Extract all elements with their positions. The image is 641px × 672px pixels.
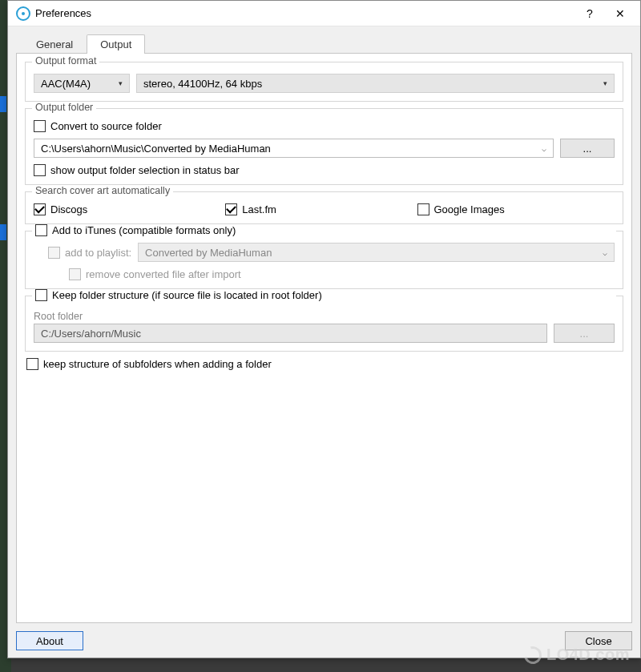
about-button[interactable]: About [16, 631, 83, 650]
bg-accent [0, 224, 6, 240]
checkbox-icon [34, 120, 46, 132]
quality-dropdown[interactable]: stereo, 44100Hz, 64 kbps ▾ [136, 74, 615, 93]
group-output-folder: Output folder Convert to source folder C… [25, 108, 623, 185]
bg-accent [0, 96, 6, 112]
check-label: add to playlist: [65, 247, 131, 259]
check-add-to-playlist: add to playlist: [48, 247, 131, 259]
check-add-to-itunes[interactable]: Add to iTunes (compatible formats only) [35, 224, 236, 236]
checkbox-icon [48, 247, 60, 259]
window-title: Preferences [35, 7, 574, 19]
check-lastfm[interactable]: Last.fm [225, 203, 417, 215]
button-label: About [36, 635, 63, 647]
legend-cover-art: Search cover art automatically [32, 185, 173, 196]
close-button[interactable]: Close [565, 631, 632, 650]
checkbox-icon [417, 203, 429, 215]
browse-output-button[interactable]: ... [560, 139, 615, 158]
tab-output[interactable]: Output [87, 34, 145, 54]
checkbox-icon [69, 268, 81, 280]
group-itunes: Add to iTunes (compatible formats only) … [25, 231, 623, 289]
ellipsis-icon: ... [583, 143, 592, 155]
check-convert-to-source[interactable]: Convert to source folder [34, 120, 615, 132]
output-pane: Output format AAC(M4A) ▾ stereo, 44100Hz… [16, 53, 632, 623]
check-remove-after-import: remove converted file after import [69, 268, 241, 280]
check-label: keep structure of subfolders when adding… [43, 358, 272, 370]
codec-value: AAC(M4A) [41, 78, 91, 90]
codec-dropdown[interactable]: AAC(M4A) ▾ [34, 74, 130, 93]
check-label: remove converted file after import [86, 268, 241, 280]
group-output-format: Output format AAC(M4A) ▾ stereo, 44100Hz… [25, 62, 623, 102]
checkbox-icon [35, 289, 47, 301]
playlist-value: Converted by MediaHuman [145, 247, 272, 259]
chevron-down-icon: ⌵ [603, 248, 607, 257]
ellipsis-icon: ... [580, 328, 589, 340]
chevron-down-icon: ▾ [603, 79, 607, 87]
bottom-bar: About Close [16, 630, 632, 651]
checkbox-icon [35, 224, 47, 236]
check-label: Google Images [434, 203, 505, 215]
help-button[interactable]: ? [574, 1, 605, 26]
root-folder-field: C:/Users/ahorn/Music [34, 324, 547, 343]
quality-value: stereo, 44100Hz, 64 kbps [143, 78, 262, 90]
preferences-window: Preferences ? ✕ General Output Output fo… [7, 0, 641, 658]
chevron-down-icon: ▾ [119, 79, 123, 87]
check-label: show output folder selection in status b… [50, 164, 240, 176]
tab-general[interactable]: General [22, 34, 87, 54]
tab-bar: General Output [16, 33, 632, 54]
group-keep-structure: Keep folder structure (if source file is… [25, 296, 623, 352]
close-window-button[interactable]: ✕ [605, 1, 635, 26]
root-folder-value: C:/Users/ahorn/Music [41, 328, 141, 340]
checkbox-icon [26, 358, 38, 370]
button-label: Close [585, 635, 611, 647]
chevron-down-icon: ⌵ [542, 144, 546, 153]
check-google-images[interactable]: Google Images [417, 203, 609, 215]
titlebar: Preferences ? ✕ [8, 1, 640, 26]
output-path-value: C:\Users\ahorn\Music\Converted by MediaH… [41, 143, 271, 155]
root-folder-label: Root folder [34, 311, 615, 322]
playlist-dropdown: Converted by MediaHuman ⌵ [138, 243, 615, 262]
checkbox-icon [34, 164, 46, 176]
browse-root-button: ... [554, 324, 615, 343]
checkbox-icon [225, 203, 237, 215]
app-icon [16, 6, 30, 21]
check-keep-subfolders[interactable]: keep structure of subfolders when adding… [26, 358, 623, 370]
group-cover-art: Search cover art automatically Discogs L… [25, 191, 623, 224]
check-keep-structure[interactable]: Keep folder structure (if source file is… [35, 289, 322, 301]
check-label: Discogs [50, 203, 87, 215]
output-path-field[interactable]: C:\Users\ahorn\Music\Converted by MediaH… [34, 139, 554, 158]
check-label: Add to iTunes (compatible formats only) [52, 224, 236, 236]
legend-output-folder: Output folder [32, 102, 96, 113]
check-discogs[interactable]: Discogs [34, 203, 225, 215]
check-label: Keep folder structure (if source file is… [52, 289, 322, 301]
check-show-in-status[interactable]: show output folder selection in status b… [34, 164, 615, 176]
window-body: General Output Output format AAC(M4A) ▾ … [8, 26, 640, 658]
check-label: Last.fm [242, 203, 276, 215]
legend-output-format: Output format [32, 55, 99, 66]
check-label: Convert to source folder [50, 120, 162, 132]
checkbox-icon [34, 203, 46, 215]
